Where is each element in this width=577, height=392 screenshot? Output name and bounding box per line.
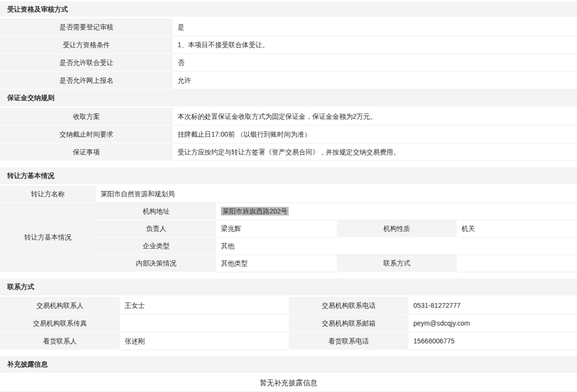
row-value: [457, 255, 577, 272]
contacts-table: 交易机构联系人 王女士 交易机构联系电话 0531-81272777 交易机构联…: [0, 297, 577, 350]
transferor-table: 转让方名称 莱阳市自然资源和规划局 转让方基本情况 机构地址 莱阳市旌旗西路20…: [0, 186, 577, 272]
section-gap: [0, 161, 577, 167]
transferor-name-row: 转让方名称 莱阳市自然资源和规划局: [0, 186, 577, 203]
row-label: 交易机构联系人: [0, 297, 120, 315]
listing-detail-page: 受让资格及审核方式 是否需要登记审核 是 受让方资格条件 1、本项目不接受联合体…: [0, 0, 577, 392]
table-row: 看货联系人 张述刚 看货联系电话 15668006775: [0, 332, 577, 350]
row-label: 看货联系电话: [289, 332, 409, 350]
row-value: 1、本项目不接受联合体受让。: [173, 36, 577, 54]
row-value: 莱阳市自然资源和规划局: [96, 186, 577, 203]
row-label: 联系方式: [337, 255, 457, 272]
table-row: 交纳截止时间要求 挂牌截止日17:00前 （以银行到账时间为准）: [0, 126, 577, 143]
row-value: 受让方应按约定与转让方签署《资产交易合同》，并按规定交纳交易费用。: [173, 143, 577, 161]
row-value: 其他: [217, 238, 577, 255]
row-value: 其他类型: [217, 255, 337, 272]
disclosure-empty-text: 暂无补充披露信息: [0, 374, 577, 392]
section-header-disclosure: 补充披露信息: [0, 356, 577, 374]
row-label: 交纳截止时间要求: [0, 126, 173, 143]
row-value: 否: [173, 54, 577, 72]
section-gap: [0, 350, 577, 356]
row-value: 0531-81272777: [409, 297, 577, 315]
row-value: 张述刚: [120, 332, 289, 350]
row-value: 允许: [173, 72, 577, 89]
section-gap: [0, 272, 577, 278]
section-header-transferor: 转让方基本情况: [0, 167, 577, 186]
deposit-table: 收取方案 本次标的处置保证金收取方式为固定保证金，保证金金额为2万元。 交纳截止…: [0, 108, 577, 161]
row-label: 交易机构联系传真: [0, 315, 120, 332]
selected-text: 莱阳市旌旗西路202号: [221, 207, 289, 215]
row-label: 是否允许网上报名: [0, 72, 173, 89]
table-row: 受让方资格条件 1、本项目不接受联合体受让。: [0, 36, 577, 54]
row-label: 内部决策情况: [96, 255, 217, 272]
table-row: 机构地址 莱阳市旌旗西路202号: [96, 203, 577, 220]
row-label: 机构性质: [337, 220, 457, 238]
row-value: 15668006775: [409, 332, 577, 350]
table-row: 收取方案 本次标的处置保证金收取方式为固定保证金，保证金金额为2万元。: [0, 108, 577, 126]
row-label: 交易机构联系电话: [289, 297, 409, 315]
table-row: 企业类型 其他: [96, 238, 577, 255]
row-value: 梁兆辉: [217, 220, 337, 238]
row-label: 受让方资格条件: [0, 36, 173, 54]
section-header-contacts: 联系方式: [0, 278, 577, 297]
table-row: 负责人 梁兆辉 机构性质 机关: [96, 220, 577, 238]
row-value: 机关: [457, 220, 577, 238]
row-value: 王女士: [120, 297, 289, 315]
transferor-nested-table: 机构地址 莱阳市旌旗西路202号 负责人 梁兆辉 机构性质 机关 企业类型 其他…: [96, 203, 577, 272]
table-row: 交易机构联系人 王女士 交易机构联系电话 0531-81272777: [0, 297, 577, 315]
row-label: 收取方案: [0, 108, 173, 126]
row-label: 是否允许联合受让: [0, 54, 173, 72]
table-row: 保证事项 受让方应按约定与转让方签署《资产交易合同》，并按规定交纳交易费用。: [0, 143, 577, 161]
table-row: 是否允许联合受让 否: [0, 54, 577, 72]
row-label: 负责人: [96, 220, 217, 238]
row-value: 是: [173, 18, 577, 36]
table-row: 交易机构联系传真 交易机构联系邮箱 peym@sdcqjy.com: [0, 315, 577, 332]
qualification-table: 是否需要登记审核 是 受让方资格条件 1、本项目不接受联合体受让。 是否允许联合…: [0, 18, 577, 89]
table-row: 内部决策情况 其他类型 联系方式: [96, 255, 577, 272]
row-value: 挂牌截止日17:00前 （以银行到账时间为准）: [173, 126, 577, 143]
row-value: peym@sdcqjy.com: [409, 315, 577, 332]
row-label: 保证事项: [0, 143, 173, 161]
transferor-detail-group: 转让方基本情况 机构地址 莱阳市旌旗西路202号 负责人 梁兆辉 机构性质 机关…: [0, 203, 577, 272]
row-value: 本次标的处置保证金收取方式为固定保证金，保证金金额为2万元。: [173, 108, 577, 126]
row-label: 转让方名称: [0, 186, 96, 203]
row-label: 交易机构联系邮箱: [289, 315, 409, 332]
row-label: 企业类型: [96, 238, 217, 255]
row-label: 是否需要登记审核: [0, 18, 173, 36]
table-row: 是否允许网上报名 允许: [0, 72, 577, 89]
section-header-deposit: 保证金交纳规则: [0, 89, 577, 108]
row-label: 看货联系人: [0, 332, 120, 350]
row-label: 机构地址: [96, 203, 217, 220]
row-value: 莱阳市旌旗西路202号: [217, 203, 577, 220]
row-value: [120, 315, 289, 332]
section-header-qualification: 受让资格及审核方式: [0, 1, 577, 18]
table-row: 是否需要登记审核 是: [0, 18, 577, 36]
group-label: 转让方基本情况: [0, 203, 96, 272]
